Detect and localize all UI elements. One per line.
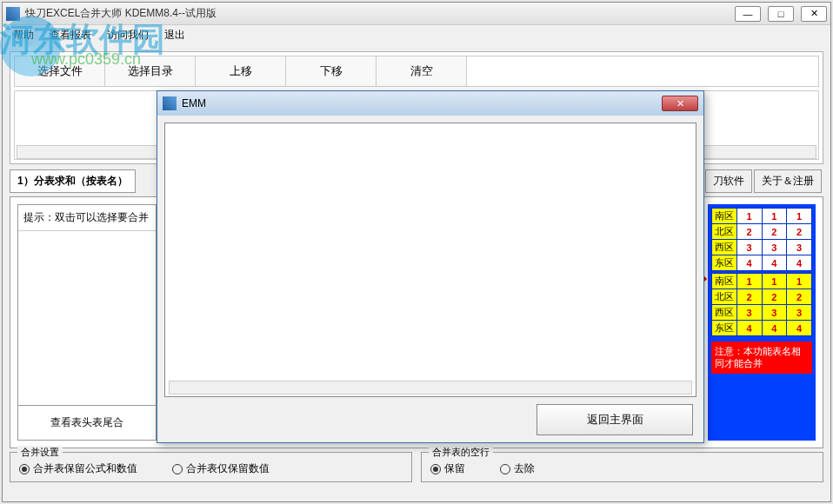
table-row: 南区111 [712, 209, 812, 224]
tab-sum-by-sheet[interactable]: 1）分表求和（按表名） [10, 169, 136, 193]
maximize-button[interactable]: □ [768, 6, 794, 22]
dialog-close-button[interactable]: ✕ [662, 96, 698, 111]
radio-icon [172, 464, 183, 474]
merge-settings-title: 合并设置 [17, 446, 63, 459]
example-table-2: 南区111 北区222 西区333 东区444 [711, 273, 812, 336]
radio-label: 保留 [444, 461, 465, 476]
merge-settings-group: 合并设置 合并表保留公式和数值 合并表仅保留数值 [10, 452, 412, 482]
toolbar: 选择文件 选择目录 上移 下移 清空 [14, 56, 819, 87]
radio-value-only[interactable]: 合并表仅保留数值 [172, 461, 270, 476]
radio-keep-formula[interactable]: 合并表保留公式和数值 [19, 461, 137, 476]
radio-label: 去除 [514, 461, 535, 476]
notice-label: 注意：本功能表名相同才能合并 [711, 342, 812, 374]
radio-icon [430, 464, 441, 474]
move-down-button[interactable]: 下移 [286, 56, 377, 86]
blank-row-group: 合并表的空行 保留 去除 [421, 452, 823, 482]
view-header-footer-button[interactable]: 查看表头表尾合 [18, 405, 156, 440]
example-panel: ➔ 南区111 北区222 西区333 东区444 南区111 北区222 西区… [708, 204, 816, 441]
emm-dialog: EMM ✕ 返回主界面 [157, 90, 704, 443]
menubar: 帮助 查看报表 访问我们 退出 [3, 25, 830, 44]
dialog-content[interactable] [164, 123, 696, 397]
radio-label: 合并表仅保留数值 [186, 461, 270, 476]
window-title: 快刀EXCEL合并大师 KDEMM8.4--试用版 [25, 6, 735, 21]
clear-button[interactable]: 清空 [377, 56, 467, 86]
titlebar[interactable]: 快刀EXCEL合并大师 KDEMM8.4--试用版 — □ ✕ [3, 3, 830, 25]
toolbar-spacer [467, 56, 818, 86]
close-button[interactable]: ✕ [801, 6, 827, 22]
radio-icon [500, 464, 510, 474]
move-up-button[interactable]: 上移 [196, 56, 286, 86]
radio-icon [19, 464, 30, 474]
radio-label: 合并表保留公式和数值 [33, 461, 137, 476]
table-row: 西区333 [712, 305, 812, 321]
dialog-icon [163, 96, 177, 110]
bottom-settings: 合并设置 合并表保留公式和数值 合并表仅保留数值 合并表的空行 保留 [10, 452, 823, 482]
left-panel: 提示：双击可以选择要合并 查看表头表尾合 [17, 204, 157, 441]
select-dir-button[interactable]: 选择目录 [105, 56, 196, 86]
table-row: 北区222 [712, 289, 812, 305]
radio-keep-blank[interactable]: 保留 [430, 461, 465, 476]
radio-remove-blank[interactable]: 去除 [500, 461, 535, 476]
table-row: 北区222 [712, 224, 812, 240]
table-row: 南区111 [712, 274, 812, 289]
sheet-select-list[interactable] [18, 231, 156, 405]
menu-report[interactable]: 查看报表 [43, 26, 98, 44]
minimize-button[interactable]: — [735, 6, 761, 22]
dialog-footer: 返回主界面 [157, 404, 703, 442]
back-to-main-button[interactable]: 返回主界面 [536, 404, 693, 435]
menu-exit[interactable]: 退出 [157, 26, 192, 44]
blank-row-title: 合并表的空行 [429, 446, 493, 459]
tab-software[interactable]: 刀软件 [705, 169, 752, 193]
menu-help[interactable]: 帮助 [6, 26, 41, 44]
select-file-button[interactable]: 选择文件 [15, 56, 105, 86]
table-row: 东区444 [712, 255, 812, 271]
table-row: 西区333 [712, 240, 812, 255]
hint-label: 提示：双击可以选择要合并 [18, 205, 156, 231]
example-table-1: 南区111 北区222 西区333 东区444 [711, 208, 812, 271]
dialog-titlebar[interactable]: EMM ✕ [157, 91, 703, 116]
dialog-scrollbar[interactable] [169, 381, 692, 395]
app-icon [6, 7, 20, 21]
table-row: 东区444 [712, 321, 812, 336]
dialog-title: EMM [182, 97, 662, 109]
menu-visit[interactable]: 访问我们 [100, 26, 156, 44]
window-controls: — □ ✕ [735, 6, 827, 22]
tab-about[interactable]: 关于＆注册 [754, 169, 822, 193]
